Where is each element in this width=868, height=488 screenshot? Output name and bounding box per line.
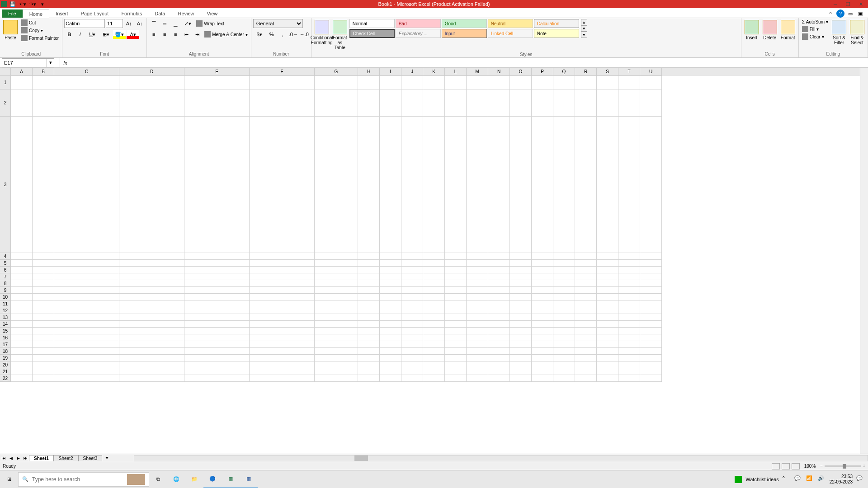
tab-data[interactable]: Data: [148, 9, 171, 18]
cell[interactable]: [467, 314, 488, 321]
cell[interactable]: [119, 76, 184, 89]
cell[interactable]: [488, 375, 510, 382]
cell[interactable]: [315, 368, 358, 375]
cell[interactable]: [423, 334, 445, 341]
cell[interactable]: [119, 321, 184, 328]
cell[interactable]: [532, 348, 553, 355]
cell[interactable]: [54, 89, 119, 117]
cell[interactable]: [33, 267, 54, 273]
cell[interactable]: [184, 348, 250, 355]
cell[interactable]: [553, 348, 575, 355]
cell[interactable]: [401, 280, 423, 287]
cell[interactable]: [575, 280, 597, 287]
cell[interactable]: [250, 348, 315, 355]
row-header[interactable]: 16: [0, 334, 11, 341]
sheet-next-button[interactable]: ▶: [14, 455, 22, 462]
zoom-out-button[interactable]: −: [820, 464, 823, 469]
cell[interactable]: [11, 76, 33, 89]
cell[interactable]: [532, 307, 553, 314]
cell[interactable]: [358, 368, 380, 375]
style-linked-cell[interactable]: Linked Cell: [488, 29, 533, 38]
cell[interactable]: [184, 76, 250, 89]
cell[interactable]: [54, 361, 119, 368]
cell[interactable]: [532, 280, 553, 287]
cell[interactable]: [510, 314, 532, 321]
cell[interactable]: [423, 287, 445, 294]
column-header[interactable]: H: [358, 68, 380, 76]
cell[interactable]: [54, 300, 119, 307]
cell[interactable]: [467, 328, 488, 334]
cell[interactable]: [380, 355, 401, 361]
cell[interactable]: [250, 368, 315, 375]
cell[interactable]: [315, 355, 358, 361]
restore-button[interactable]: ❐: [844, 1, 853, 7]
cell[interactable]: [488, 300, 510, 307]
cell[interactable]: [575, 300, 597, 307]
cell[interactable]: [250, 76, 315, 89]
cell[interactable]: [467, 89, 488, 117]
column-header[interactable]: K: [423, 68, 445, 76]
cell[interactable]: [510, 287, 532, 294]
cell[interactable]: [380, 328, 401, 334]
zoom-slider[interactable]: [825, 465, 861, 467]
cell[interactable]: [488, 76, 510, 89]
row-header[interactable]: 20: [0, 361, 11, 368]
name-box[interactable]: E17: [2, 58, 47, 67]
cell[interactable]: [11, 267, 33, 273]
font-color-button[interactable]: A▾: [127, 30, 139, 39]
meet-now-icon[interactable]: 💬: [794, 475, 802, 483]
cell[interactable]: [467, 253, 488, 260]
cell[interactable]: [467, 321, 488, 328]
style-note[interactable]: Note: [534, 29, 579, 38]
cell[interactable]: [401, 260, 423, 267]
cell[interactable]: [618, 260, 640, 267]
decrease-decimal-button[interactable]: ←.0: [299, 30, 309, 39]
cell[interactable]: [488, 314, 510, 321]
cell[interactable]: [640, 341, 662, 348]
cell[interactable]: [510, 341, 532, 348]
cell[interactable]: [597, 307, 618, 314]
cell[interactable]: [510, 361, 532, 368]
cell[interactable]: [640, 260, 662, 267]
cell[interactable]: [488, 328, 510, 334]
cell[interactable]: [11, 294, 33, 300]
cell[interactable]: [445, 294, 467, 300]
row-header[interactable]: 9: [0, 287, 11, 294]
cell[interactable]: [532, 117, 553, 253]
cell[interactable]: [315, 314, 358, 321]
cell[interactable]: [575, 89, 597, 117]
cell[interactable]: [467, 307, 488, 314]
cell[interactable]: [575, 294, 597, 300]
orientation-button[interactable]: ⤢▾: [181, 19, 194, 28]
cell[interactable]: [532, 361, 553, 368]
cell[interactable]: [358, 300, 380, 307]
tab-page-layout[interactable]: Page Layout: [75, 9, 115, 18]
align-middle-button[interactable]: ═: [160, 19, 170, 28]
cell[interactable]: [119, 375, 184, 382]
cell[interactable]: [250, 321, 315, 328]
cell[interactable]: [54, 355, 119, 361]
cell[interactable]: [11, 341, 33, 348]
cell[interactable]: [315, 287, 358, 294]
cell[interactable]: [510, 117, 532, 253]
cell[interactable]: [467, 76, 488, 89]
cell[interactable]: [467, 287, 488, 294]
cell[interactable]: [488, 334, 510, 341]
cell[interactable]: [597, 368, 618, 375]
ribbon-fullscreen-button[interactable]: ▣: [856, 9, 864, 18]
accounting-format-button[interactable]: $▾: [253, 30, 266, 39]
cell[interactable]: [553, 294, 575, 300]
copy-button[interactable]: Copy▾: [20, 27, 60, 34]
cell[interactable]: [380, 76, 401, 89]
fill-button[interactable]: Fill▾: [801, 25, 830, 33]
word-taskbar-icon[interactable]: ▦: [240, 470, 258, 488]
new-sheet-button[interactable]: ✦: [102, 455, 111, 461]
cell[interactable]: [467, 334, 488, 341]
cell[interactable]: [119, 334, 184, 341]
cell[interactable]: [618, 314, 640, 321]
cell[interactable]: [33, 273, 54, 280]
cell[interactable]: [553, 287, 575, 294]
cell[interactable]: [33, 314, 54, 321]
row-header[interactable]: 22: [0, 375, 11, 382]
cell[interactable]: [380, 368, 401, 375]
